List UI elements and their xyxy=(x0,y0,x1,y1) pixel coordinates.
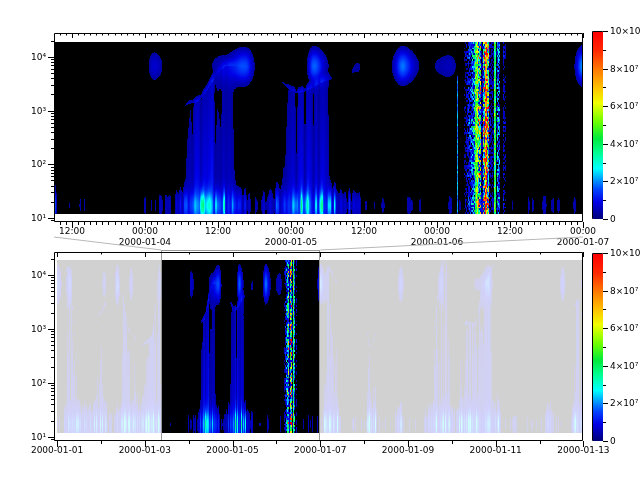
zoom-connector-lines xyxy=(0,0,640,480)
spectrogram-figure: 12:0000:002000-01-0412:0000:002000-01-05… xyxy=(0,0,640,480)
